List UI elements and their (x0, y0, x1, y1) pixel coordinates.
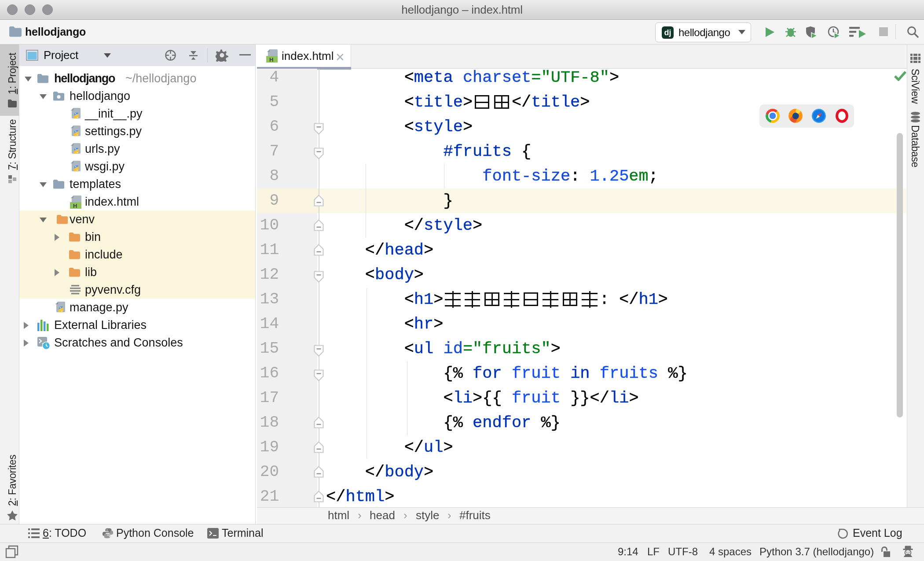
svg-text:H: H (73, 203, 77, 209)
svg-text:H: H (269, 56, 273, 63)
